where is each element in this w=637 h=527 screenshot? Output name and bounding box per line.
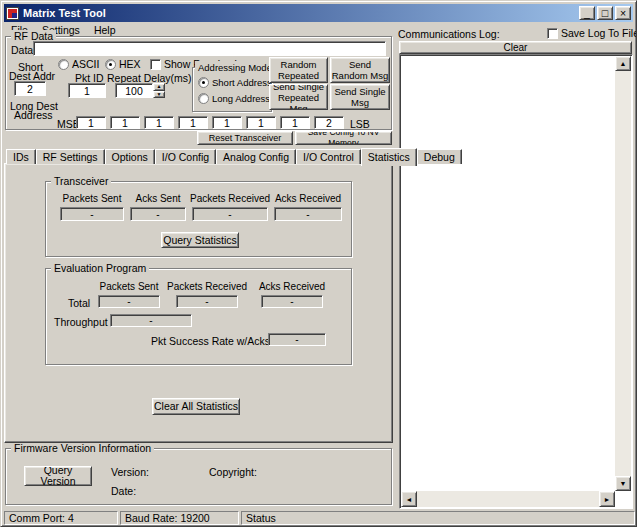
version-label: Version: — [111, 466, 149, 478]
transceiver-packets-received-value: - — [192, 207, 268, 221]
transceiver-col-packets-received: Packets Received — [190, 193, 270, 204]
transceiver-group: Transceiver Packets Sent Acks Sent Packe… — [45, 181, 352, 257]
date-label: Date: — [111, 485, 136, 497]
save-log-checkbox-group[interactable]: Save Log To File — [547, 27, 637, 39]
scroll-right-icon[interactable]: ► — [599, 491, 615, 507]
eval-col-packets-sent: Packets Sent — [84, 281, 174, 292]
minimize-button-icon[interactable]: _ — [579, 6, 595, 20]
repeat-delay-input[interactable] — [115, 83, 153, 98]
tab-debug[interactable]: Debug — [417, 149, 462, 164]
transceiver-col-acks-received: Acks Received — [268, 193, 348, 204]
scroll-left-icon[interactable]: ◄ — [401, 491, 417, 507]
short-address-label: Short Address — [212, 77, 272, 88]
firmware-version-group-label: Firmware Version Information — [11, 442, 154, 455]
pkt-id-input[interactable] — [68, 83, 106, 98]
transceiver-group-label: Transceiver — [51, 175, 111, 188]
show-received-checkbox[interactable] — [150, 59, 161, 70]
total-packets-sent-value: - — [98, 295, 160, 308]
transceiver-acks-sent-value: - — [130, 207, 186, 221]
clear-all-statistics-button[interactable]: Clear All Statistics — [152, 398, 240, 415]
app-icon — [6, 7, 19, 20]
send-single-msg-button[interactable]: Send Single Msg — [330, 84, 390, 110]
tab-io-control[interactable]: I/O Control — [296, 149, 361, 164]
ascii-radio-label: ASCII — [72, 58, 99, 70]
save-log-checkbox[interactable] — [547, 28, 558, 39]
long-address-byte-7[interactable] — [314, 116, 344, 129]
transceiver-col-acks-sent: Acks Sent — [118, 193, 198, 204]
repeat-delay-spinner: ▲ ▼ — [153, 83, 165, 98]
communications-log-label: Communications Log: — [398, 28, 500, 40]
tab-ids[interactable]: IDs — [6, 149, 36, 164]
evaluation-program-group: Evaluation Program Packets Sent Packets … — [45, 268, 352, 365]
copyright-label: Copyright: — [209, 466, 257, 478]
query-version-button[interactable]: Query Version — [24, 466, 92, 486]
ascii-radio-group[interactable]: ASCII — [58, 58, 99, 70]
spinner-down-icon[interactable]: ▼ — [153, 91, 165, 99]
tab-analog-config[interactable]: Analog Config — [216, 149, 296, 164]
save-config-nv-button[interactable]: Save Config To NV Memory — [295, 131, 392, 145]
scroll-up-icon[interactable]: ▲ — [615, 56, 631, 71]
long-address-radio-group[interactable]: Long Address — [198, 93, 270, 104]
rf-data-group: RF Data Data ASCII HEX Show Received Sho… — [5, 36, 392, 130]
long-address-byte-5[interactable] — [246, 116, 276, 129]
maximize-button-icon[interactable]: □ — [597, 6, 613, 20]
scroll-down-icon[interactable]: ▼ — [615, 476, 631, 491]
transceiver-packets-sent-value: - — [60, 207, 124, 221]
firmware-version-group: Firmware Version Information Query Versi… — [5, 448, 392, 505]
throughput-value: - — [110, 314, 192, 327]
long-address-byte-4[interactable] — [212, 116, 242, 129]
query-statistics-button[interactable]: Query Statistics — [161, 232, 239, 248]
long-address-byte-0[interactable] — [76, 116, 106, 129]
total-packets-received-value: - — [176, 295, 238, 308]
hex-radio-label: HEX — [119, 58, 141, 70]
menu-help[interactable]: Help — [87, 24, 123, 37]
hex-radio-group[interactable]: HEX — [105, 58, 141, 70]
clear-log-button[interactable]: Clear — [399, 41, 632, 54]
data-label: Data — [11, 44, 33, 56]
send-random-msg-button[interactable]: Send Random Msg — [330, 57, 390, 83]
long-address-byte-3[interactable] — [178, 116, 208, 129]
horizontal-scrollbar[interactable]: ◄ ► — [401, 491, 615, 507]
long-address-radio[interactable] — [198, 93, 209, 104]
save-log-label: Save Log To File — [561, 27, 637, 39]
eval-col-acks-received: Acks Received — [247, 281, 337, 292]
close-button-icon[interactable]: × — [615, 6, 631, 20]
pkt-success-rate-label: Pkt Success Rate w/Acks — [151, 335, 270, 347]
ascii-radio[interactable] — [58, 59, 69, 70]
reset-transceiver-button[interactable]: Reset Transceiver — [197, 131, 293, 145]
short-address-radio-group[interactable]: Short Address — [198, 77, 272, 88]
addressing-mode-group-label: Addressing Mode — [195, 61, 275, 74]
status-state: Status — [241, 511, 635, 525]
eval-col-packets-received: Packets Received — [162, 281, 252, 292]
hex-radio[interactable] — [105, 59, 116, 70]
matrix-test-tool-window: Matrix Test Tool _ □ × File Settings Hel… — [0, 0, 637, 527]
short-dest-addr-input[interactable] — [14, 81, 46, 96]
tab-statistics[interactable]: Statistics — [361, 148, 417, 166]
send-single-repeated-msg-button[interactable]: Send Single Repeated Msg — [269, 84, 328, 110]
short-address-radio[interactable] — [198, 77, 209, 88]
send-random-repeated-msg-button[interactable]: Send Random Repeated Msg — [269, 57, 328, 83]
status-comm-port: Comm Port: 4 — [4, 511, 118, 525]
data-input[interactable] — [33, 41, 386, 56]
window-title: Matrix Test Tool — [23, 7, 577, 19]
total-acks-received-value: - — [261, 295, 323, 308]
status-baud-rate: Baud Rate: 19200 — [120, 511, 239, 525]
communications-log-list[interactable]: ▲ ▼ ◄ ► — [399, 54, 633, 509]
vertical-scrollbar[interactable]: ▲ ▼ — [615, 56, 631, 491]
long-address-byte-6[interactable] — [280, 116, 310, 129]
evaluation-program-group-label: Evaluation Program — [51, 262, 149, 275]
tab-options[interactable]: Options — [105, 149, 155, 164]
tab-io-config[interactable]: I/O Config — [155, 149, 216, 164]
menu-bar: File Settings Help — [4, 23, 633, 37]
tab-rf-settings[interactable]: RF Settings — [36, 149, 105, 164]
spinner-up-icon[interactable]: ▲ — [153, 83, 165, 91]
lsb-label: LSB — [350, 118, 370, 130]
long-address-byte-1[interactable] — [110, 116, 140, 129]
long-address-byte-2[interactable] — [144, 116, 174, 129]
statistics-tab-panel: Transceiver Packets Sent Acks Sent Packe… — [4, 163, 393, 443]
pkt-success-rate-value: - — [268, 333, 326, 346]
addressing-mode-group: Addressing Mode Short Address Long Addre… — [192, 67, 272, 112]
long-dest-address-label-line2: Address — [14, 109, 53, 121]
status-bar: Comm Port: 4 Baud Rate: 19200 Status — [4, 511, 635, 525]
title-bar[interactable]: Matrix Test Tool _ □ × — [4, 4, 633, 22]
